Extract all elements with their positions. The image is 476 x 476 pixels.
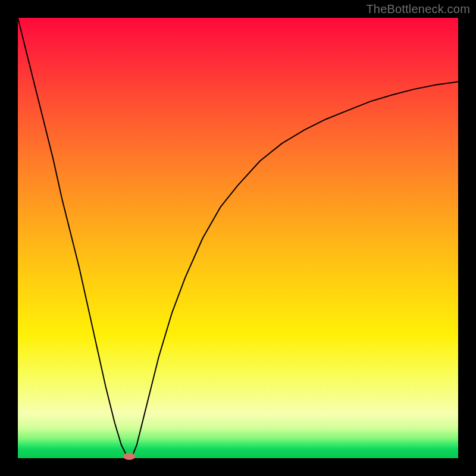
bottleneck-curve bbox=[18, 18, 458, 458]
curve-svg bbox=[18, 18, 458, 458]
watermark-text: TheBottleneck.com bbox=[366, 2, 470, 16]
chart-frame: TheBottleneck.com bbox=[0, 0, 476, 476]
minimum-marker bbox=[123, 453, 136, 460]
plot-area bbox=[18, 18, 458, 458]
